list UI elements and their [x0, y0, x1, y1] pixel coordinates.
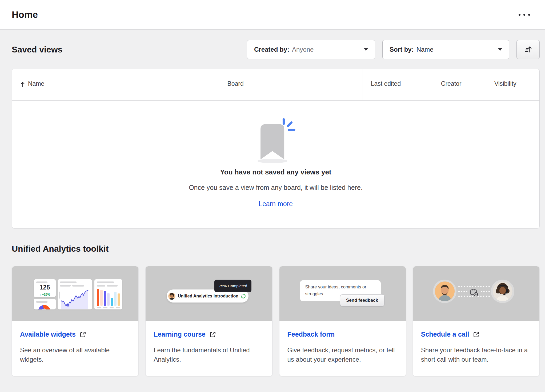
card-feedback-form[interactable]: Share your ideas, comments or struggles …	[279, 266, 406, 376]
chevron-down-icon	[498, 48, 502, 51]
card-description: Give feedback, request metrics, or tell …	[287, 346, 398, 364]
schedule-call-link[interactable]: Schedule a call	[421, 330, 469, 338]
column-header-name[interactable]: Name	[12, 69, 219, 100]
call-preview-image	[413, 266, 539, 321]
feedback-preview-image: Share your ideas, comments or struggles …	[279, 266, 406, 321]
card-description: Share your feedback face-to-face in a sh…	[421, 346, 531, 364]
sort-by-dropdown[interactable]: Sort by: Name	[382, 40, 509, 59]
external-link-icon[interactable]	[80, 331, 86, 338]
saved-views-table: Name Board Last edited Creator Visibilit…	[12, 69, 540, 228]
column-header-creator[interactable]: Creator	[433, 69, 486, 100]
more-options-button[interactable]	[516, 10, 532, 19]
column-header-visibility[interactable]: Visibility	[486, 69, 539, 100]
send-feedback-button-illustration: Send feedback	[340, 294, 384, 307]
external-link-icon[interactable]	[473, 331, 479, 338]
mini-bar-chart-widget	[94, 279, 122, 309]
created-by-dropdown[interactable]: Created by: Anyone	[247, 40, 375, 59]
mini-line-chart-widget	[58, 279, 92, 309]
empty-state: You have not saved any views yet Once yo…	[12, 100, 539, 228]
sort-by-label: Sort by:	[390, 46, 414, 53]
sort-arrow-up-icon	[20, 81, 25, 88]
feedback-form-link[interactable]: Feedback form	[287, 330, 335, 338]
learning-course-link[interactable]: Learning course	[154, 330, 206, 338]
empty-state-description: Once you save a view from any board, it …	[189, 184, 363, 191]
top-bar: Home	[0, 0, 545, 30]
card-description: See an overview of all available widgets…	[20, 346, 130, 364]
page-title: Home	[12, 9, 38, 20]
calendar-clock-icon	[470, 288, 479, 297]
learning-preview-image: 75% Completed Unified Analytics introduc…	[146, 266, 272, 321]
saved-views-title: Saved views	[12, 45, 62, 55]
course-pill-label: Unified Analytics introduction	[178, 294, 238, 299]
card-schedule-call[interactable]: Schedule a call Share your feedback face…	[413, 266, 540, 376]
column-header-board[interactable]: Board	[219, 69, 363, 100]
learn-more-link[interactable]: Learn more	[259, 200, 293, 208]
mini-stat-delta: ↑ +26%	[36, 293, 53, 296]
toolkit-title: Unified Analytics toolkit	[12, 244, 540, 254]
sort-ascending-icon	[524, 45, 532, 54]
page-content: Saved views Created by: Anyone Sort by: …	[0, 30, 545, 376]
card-description: Learn the fundamentals of Unified Analyt…	[154, 346, 264, 364]
saved-views-controls: Created by: Anyone Sort by: Name	[247, 40, 540, 59]
bar-chart-icon	[97, 288, 120, 306]
widgets-preview-image: 125 ↑ +26%	[12, 266, 138, 321]
toolkit-cards: 125 ↑ +26%	[12, 266, 540, 376]
table-header-row: Name Board Last edited Creator Visibilit…	[12, 69, 539, 100]
dotted-line	[458, 291, 467, 292]
progress-tooltip: 75% Completed	[214, 280, 251, 292]
available-widgets-link[interactable]: Available widgets	[20, 330, 76, 338]
created-by-value: Anyone	[292, 46, 314, 53]
mini-stat-widget: 125 ↑ +26%	[34, 279, 56, 297]
donut-chart-icon	[37, 304, 51, 309]
course-avatar	[168, 291, 175, 301]
dotted-line	[458, 286, 490, 287]
line-chart-icon	[61, 290, 90, 309]
created-by-label: Created by:	[254, 46, 289, 53]
sort-by-value: Name	[416, 46, 434, 53]
external-link-icon[interactable]	[210, 331, 216, 338]
avatar	[491, 280, 514, 303]
sort-direction-button[interactable]	[516, 40, 540, 59]
mini-donut-widget	[34, 299, 56, 309]
chevron-down-icon	[364, 48, 368, 51]
saved-views-header: Saved views Created by: Anyone Sort by: …	[12, 40, 540, 59]
empty-state-title: You have not saved any views yet	[220, 168, 331, 176]
column-header-last-edited[interactable]: Last edited	[363, 69, 433, 100]
ellipsis-icon	[519, 14, 520, 16]
progress-ring-icon	[241, 293, 246, 300]
card-available-widgets[interactable]: 125 ↑ +26%	[12, 266, 139, 376]
bookmark-empty-icon	[255, 118, 296, 164]
mini-stat-value: 125	[36, 284, 53, 291]
card-learning-course[interactable]: 75% Completed Unified Analytics introduc…	[145, 266, 272, 376]
avatar	[433, 280, 456, 303]
dotted-line	[481, 291, 490, 292]
